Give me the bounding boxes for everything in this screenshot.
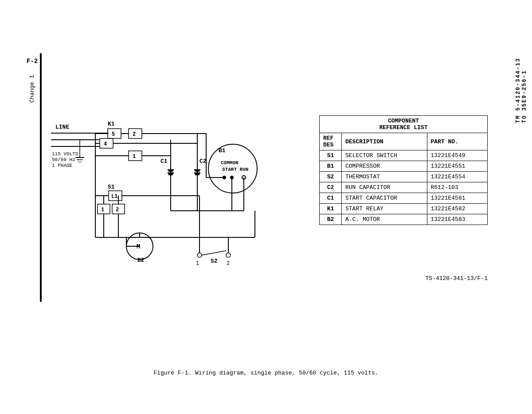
svg-text:COMMON: COMMON [221, 160, 239, 166]
table-cell-desc: SELECTOR SWITCH [342, 150, 427, 161]
table-cell-ref: C1 [320, 193, 342, 204]
col-part: PART NO. [427, 133, 487, 150]
svg-text:4: 4 [104, 141, 107, 147]
table-cell-desc: START RELAY [342, 204, 427, 214]
svg-text:50/60 Hz: 50/60 Hz [52, 157, 75, 162]
table-cell-part: 13221E4549 [427, 150, 487, 161]
svg-point-81 [197, 253, 202, 257]
table-cell-desc: RUN CAPACITOR [342, 182, 427, 193]
table-cell-ref: K1 [320, 204, 342, 214]
svg-text:2: 2 [133, 131, 136, 138]
table-row: C1START CAPACITOR13221E4581 [320, 193, 488, 204]
table-cell-desc: START CAPACITOR [342, 193, 427, 204]
f2-label: F-2 [27, 58, 38, 65]
table-cell-part: 13221E4551 [427, 161, 487, 172]
svg-text:2: 2 [116, 207, 119, 213]
svg-text:L1: L1 [111, 193, 117, 200]
change-label: Change 1 [29, 75, 35, 103]
table-cell-desc: THERMOSTAT [342, 172, 427, 182]
table-cell-desc: COMPRESSOR [342, 161, 427, 172]
table-row: B1COMPRESSOR13221E4551 [320, 161, 488, 172]
table-row: K1START RELAY13221E4582 [320, 204, 488, 214]
col-desc: DESCRIPTION [342, 133, 427, 150]
table-cell-desc: A.C. MOTOR [342, 214, 427, 225]
svg-text:K1: K1 [108, 121, 115, 127]
table-cell-part: 13221E4581 [427, 193, 487, 204]
wiring-diagram: LINE 115 VOLTS 50/60 Hz 1 PHASE K1 5 2 4… [42, 51, 317, 308]
table-cell-ref: B2 [320, 214, 342, 225]
svg-text:C1: C1 [160, 158, 168, 165]
svg-text:2: 2 [227, 260, 230, 267]
right-margin: TM 5-4120-344-13TO 35E9-256-1 [515, 58, 528, 123]
table-row: S2THERMOSTAT13221E4554 [320, 172, 488, 182]
table-row: C2RUN CAPACITORR612-103 [320, 182, 488, 193]
svg-line-85 [202, 251, 226, 255]
svg-text:5: 5 [112, 131, 115, 138]
table-cell-part: 13221E4582 [427, 204, 487, 214]
svg-text:START  RUN: START RUN [222, 167, 248, 172]
table-cell-part: R612-103 [427, 182, 487, 193]
svg-text:C2: C2 [200, 158, 207, 165]
svg-text:1: 1 [196, 260, 199, 267]
table-cell-part: 13221E4583 [427, 214, 487, 225]
svg-text:S2: S2 [211, 258, 218, 264]
svg-text:LINE: LINE [55, 124, 69, 130]
table-row: B2A.C. MOTOR13221E4583 [320, 214, 488, 225]
svg-text:115 VOLTS: 115 VOLTS [52, 151, 78, 157]
table-row: S1SELECTOR SWITCH13221E4549 [320, 150, 488, 161]
component-reference-table: COMPONENTREFERENCE LIST REFDES DESCRIPTI… [319, 115, 488, 225]
svg-text:B1: B1 [219, 147, 226, 154]
table-title: COMPONENTREFERENCE LIST [320, 116, 488, 133]
svg-text:1: 1 [101, 207, 104, 213]
svg-point-83 [226, 253, 231, 257]
ts-label: TS-4120-341-13/F-1 [426, 275, 488, 282]
table-cell-ref: S1 [320, 150, 342, 161]
right-margin-text: TM 5-4120-344-13TO 35E9-256-1 [515, 58, 528, 123]
col-ref: REFDES [320, 133, 342, 150]
table-cell-ref: S2 [320, 172, 342, 182]
svg-text:S1: S1 [108, 184, 115, 190]
table-cell-part: 13221E4554 [427, 172, 487, 182]
svg-text:1 PHASE: 1 PHASE [52, 163, 73, 168]
table-cell-ref: B1 [320, 161, 342, 172]
table-cell-ref: C2 [320, 182, 342, 193]
figure-caption: Figure F-1. Wiring diagram, single phase… [0, 370, 532, 376]
left-bar [40, 53, 42, 302]
left-margin: F-2 Change 1 [27, 58, 38, 103]
svg-text:1: 1 [133, 154, 136, 160]
svg-text:B2: B2 [137, 257, 145, 264]
